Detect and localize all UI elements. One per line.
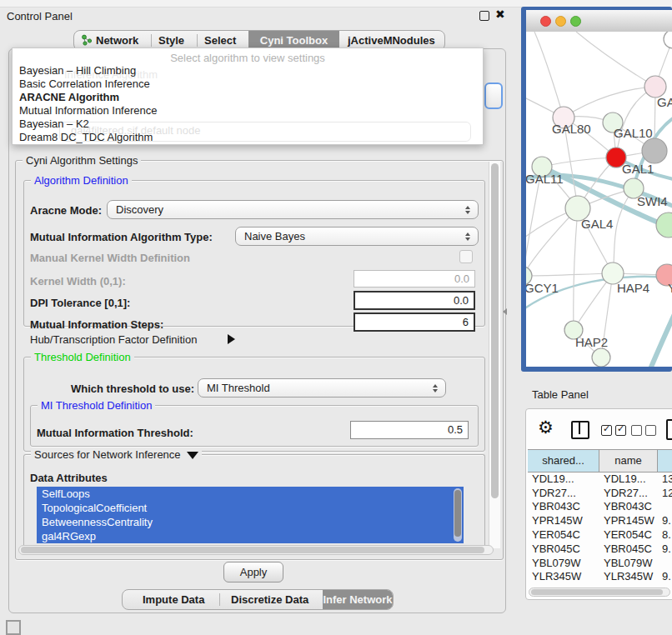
table-cell: YIL052C — [528, 584, 599, 587]
combo-spinner-icon — [429, 384, 445, 392]
algorithm-dropdown-item[interactable]: Bayesian – Hill Climbing — [16, 64, 479, 78]
network-edge — [576, 32, 655, 87]
table-horizontal-scrollbar-thumb[interactable] — [531, 589, 663, 595]
table-row[interactable]: YDL19...YDL19...13 — [528, 472, 672, 486]
node-label-hap2: HAP2 — [575, 335, 608, 349]
window-minimize-button[interactable] — [555, 16, 566, 27]
column-header-name[interactable]: name — [599, 450, 658, 472]
which-threshold-combo[interactable]: MI Threshold — [198, 378, 446, 398]
table-horizontal-scrollbar[interactable] — [529, 588, 670, 597]
algorithm-dropdown-item[interactable]: Basic Correlation Inference — [16, 78, 479, 91]
apply-button[interactable]: Apply — [223, 562, 283, 582]
settings-vertical-scrollbar-thumb[interactable] — [491, 163, 499, 498]
window-close-button[interactable] — [540, 16, 551, 27]
new-table-icon[interactable] — [666, 419, 672, 440]
tab-select[interactable]: Select — [204, 34, 236, 47]
tab-infer-network[interactable]: Infer Network — [323, 590, 393, 609]
column-header-partial[interactable] — [658, 450, 672, 472]
tab-impute-data[interactable]: Impute Data — [143, 593, 204, 606]
panel-splitter-handle[interactable] — [503, 308, 507, 315]
table-row[interactable]: YBL079WYBL079W — [528, 556, 672, 570]
show-checked-columns-icon[interactable]: ✓✓ — [599, 422, 628, 438]
attributes-list-scrollbar[interactable] — [454, 488, 462, 542]
table-cell: 9. — [658, 570, 672, 582]
data-attribute-item[interactable]: gal4RGexp — [37, 529, 464, 543]
algorithm-definition-title: Algorithm Definition — [31, 174, 132, 187]
table-settings-gear-icon[interactable]: ⚙ — [538, 418, 554, 436]
mi-type-combo[interactable]: Naive Bayes — [235, 227, 479, 246]
network-edge — [648, 307, 672, 367]
data-attributes-list[interactable]: SelfLoopsTopologicalCoefficientBetweenne… — [37, 487, 464, 543]
table-cell: YER054C — [599, 528, 658, 541]
network-canvas[interactable]: GALGAL80GAL10GAL1GAL11SWI4GAL4GCY1HAP4YH… — [526, 32, 672, 367]
float-panel-icon[interactable] — [479, 11, 489, 21]
network-node-bot-partial[interactable] — [592, 348, 610, 367]
data-attribute-item[interactable]: SelfLoops — [37, 487, 464, 501]
table-cell: YLR345W — [528, 570, 599, 582]
network-edge — [526, 273, 613, 276]
node-label-gal2: GAL — [657, 95, 672, 109]
collapsed-panel-button[interactable] — [6, 620, 21, 635]
table-row[interactable]: YPR145WYPR145W9. — [528, 513, 672, 528]
apply-button-label: Apply — [240, 566, 268, 578]
data-attributes-label: Data Attributes — [30, 472, 108, 484]
tab-jactivemnodules[interactable]: jActiveMNodules — [348, 34, 435, 47]
manual-kernel-checkbox[interactable] — [459, 250, 473, 263]
table-header: shared... name — [528, 449, 672, 472]
collapse-arrow-icon[interactable] — [187, 452, 198, 459]
algorithm-dropdown[interactable]: Select algorithm to view settings Infere… — [12, 48, 484, 145]
table-cell: 9. — [658, 584, 672, 587]
manual-kernel-label: Manual Kernel Width Definition — [30, 252, 190, 264]
hub-definition-toggle[interactable]: Hub/Transcription Factor Definition — [30, 333, 197, 346]
algorithm-dropdown-item[interactable]: ARACNE Algorithm — [16, 91, 479, 104]
algorithm-dropdown-list: Bayesian – Hill ClimbingBasic Correlatio… — [16, 64, 479, 144]
data-attribute-item[interactable]: BetweennessCentrality — [37, 515, 464, 529]
column-header-shared-name[interactable]: shared... — [528, 450, 599, 472]
mi-steps-field[interactable]: 6 — [354, 312, 475, 332]
settings-vertical-scrollbar[interactable] — [489, 162, 500, 548]
tab-style[interactable]: Style — [158, 34, 184, 47]
close-panel-icon[interactable]: ✖ — [495, 8, 505, 21]
table-row[interactable]: YDR27...YDR27...12 — [528, 486, 672, 500]
node-label-gcy1: GCY1 — [526, 281, 559, 295]
table-row[interactable]: YBR043CYBR043C — [528, 500, 672, 514]
tab-network[interactable]: Network — [96, 34, 138, 47]
table-rows: YDL19...YDL19...13YDR27...YDR27...12YBR0… — [528, 472, 672, 587]
window-zoom-button[interactable] — [570, 16, 581, 27]
aracne-mode-combo[interactable]: Discovery — [107, 200, 479, 219]
hub-expand-arrow-icon[interactable] — [228, 334, 235, 344]
settings-horizontal-scrollbar[interactable] — [18, 545, 494, 555]
network-node-top-partial[interactable] — [664, 32, 672, 48]
node-label-gal80: GAL80 — [552, 122, 591, 136]
table-row[interactable]: YER054CYER054C8. — [528, 528, 672, 542]
table-row[interactable]: YLR345WYLR345W9. — [528, 570, 672, 584]
sources-title-text: Sources for Network Inference — [34, 448, 181, 461]
dpi-tolerance-field[interactable]: 0.0 — [354, 291, 475, 310]
node-label-gal4: GAL4 — [581, 217, 613, 231]
algorithm-dropdown-item[interactable]: Mutual Information Inference — [16, 104, 479, 118]
network-window-titlebar[interactable] — [526, 10, 672, 32]
mi-threshold-group-title: MI Threshold Definition — [38, 399, 155, 412]
mi-threshold-field[interactable]: 0.5 — [350, 421, 469, 439]
table-row[interactable]: YIL052CYIL052C9. — [528, 583, 672, 587]
cyni-algorithm-settings-title: Cyni Algorithm Settings — [23, 154, 141, 167]
attributes-list-scrollbar-thumb[interactable] — [454, 490, 461, 537]
network-window-frame[interactable]: GALGAL80GAL10GAL1GAL11SWI4GAL4GCY1HAP4YH… — [521, 7, 672, 372]
table-cell: YLR345W — [599, 570, 658, 582]
aracne-mode-value: Discovery — [108, 203, 461, 216]
network-node-big-green[interactable] — [656, 212, 672, 238]
table-panel-title: Table Panel — [532, 388, 589, 401]
settings-horizontal-scrollbar-thumb[interactable] — [21, 547, 484, 553]
split-columns-icon[interactable] — [571, 421, 589, 439]
table-row[interactable]: YBR045CYBR045C9. — [528, 542, 672, 556]
table-cell: YBL079W — [599, 557, 658, 569]
sources-group-title[interactable]: Sources for Network Inference — [31, 448, 202, 461]
algorithm-dropdown-item[interactable]: Dream8 DC_TDC Algorithm — [16, 131, 479, 144]
network-node-gray-node[interactable] — [642, 138, 667, 163]
tab-discretize-data[interactable]: Discretize Data — [231, 593, 308, 606]
kernel-width-field[interactable]: 0.0 — [354, 270, 475, 288]
hide-columns-icon[interactable] — [629, 422, 658, 438]
table-cell: YBR045C — [528, 542, 599, 555]
algorithm-dropdown-item[interactable]: Bayesian – K2 — [16, 118, 479, 131]
data-attribute-item[interactable]: TopologicalCoefficient — [37, 501, 464, 515]
